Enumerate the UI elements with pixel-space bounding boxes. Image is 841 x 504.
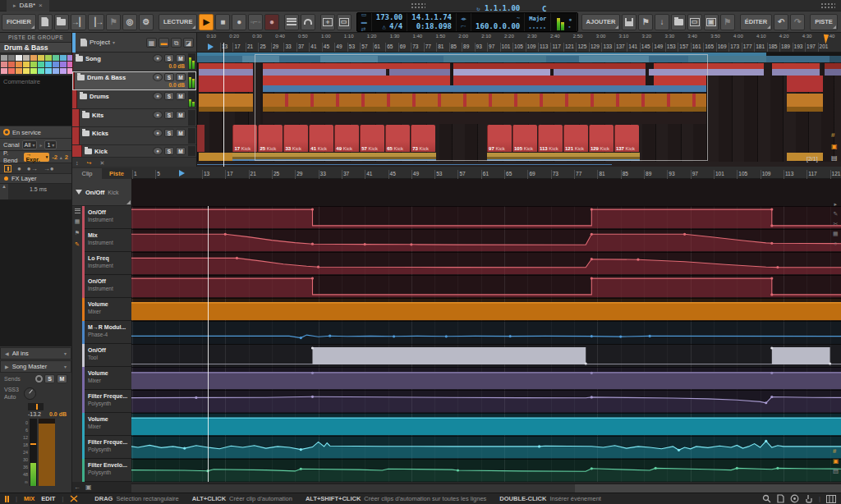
pitchbend-min[interactable]: -2: [52, 153, 57, 161]
back-icon[interactable]: ←: [74, 483, 80, 491]
pencil-tool-icon[interactable]: ✎: [833, 211, 838, 218]
color-swatch[interactable]: [8, 62, 15, 67]
browser-button[interactable]: [671, 14, 686, 30]
monitor-button[interactable]: [301, 14, 315, 30]
mute-button[interactable]: M: [176, 73, 186, 81]
tab-clip[interactable]: Clip: [72, 168, 102, 179]
track-row-kick[interactable]: Kick●SM: [72, 145, 196, 158]
display-1-button[interactable]: ▭: [687, 14, 702, 30]
track-volume-value[interactable]: 0.0 dB: [77, 81, 195, 89]
arm-button[interactable]: ●: [153, 111, 163, 119]
time-signature[interactable]: △ 4/4: [376, 22, 403, 31]
color-swatch[interactable]: [38, 62, 44, 67]
color-swatch[interactable]: [23, 62, 30, 67]
clip-band[interactable]: [825, 69, 841, 76]
add-display-button[interactable]: ＋: [320, 14, 335, 30]
clip-band[interactable]: [197, 125, 205, 152]
metronome-button[interactable]: ◎: [122, 14, 137, 30]
mute-button[interactable]: M: [176, 129, 186, 137]
automation-lanes-canvas[interactable]: [131, 206, 841, 482]
project-header-row[interactable]: Project ▾ ▦ ▬ ⧉ ◪: [72, 33, 196, 53]
track-row-kicks[interactable]: Kicks●SM: [72, 127, 196, 145]
pan-slider[interactable]: [28, 403, 44, 410]
transport-mode-icons[interactable]: ▭ ▬ ⇄: [357, 13, 372, 31]
color-swatch[interactable]: [23, 55, 30, 61]
color-swatch[interactable]: [16, 68, 22, 74]
new-project-button[interactable]: [38, 14, 53, 30]
layer-icon[interactable]: ▣: [85, 483, 92, 491]
mute-button[interactable]: M: [176, 92, 186, 100]
track-name[interactable]: Kick: [94, 148, 108, 155]
collapse-icon[interactable]: ▲: [0, 184, 8, 199]
color-swatch[interactable]: [1, 68, 7, 74]
grid-tool-icon[interactable]: ▦: [833, 231, 839, 237]
master-solo-button[interactable]: S: [44, 374, 55, 383]
song-position[interactable]: 14.1.1.74: [411, 13, 452, 22]
clip-band[interactable]: [197, 164, 612, 165]
clip-band[interactable]: [787, 94, 823, 107]
display-profile-button[interactable]: ▭: [337, 14, 352, 30]
color-palette[interactable]: ✕›: [0, 53, 71, 76]
automation-lane-label[interactable]: Filter Freque...Polysynth: [82, 390, 131, 413]
search-icon[interactable]: [762, 494, 771, 503]
master-mute-button[interactable]: M: [57, 374, 67, 383]
color-swatch[interactable]: [30, 55, 37, 61]
note-out-icon[interactable]: ●→: [27, 165, 38, 172]
color-swatch[interactable]: [30, 62, 37, 67]
cue-marker-button[interactable]: ⚑: [106, 14, 121, 30]
automation-lane-label[interactable]: Lo FreqInstrument: [82, 252, 131, 275]
send-knob[interactable]: [24, 387, 36, 400]
color-swatch[interactable]: [53, 62, 59, 67]
color-swatch[interactable]: [1, 55, 7, 61]
automation-lane-label[interactable]: VolumeMixer: [82, 413, 131, 436]
color-swatch[interactable]: [45, 62, 52, 67]
color-swatch[interactable]: [45, 68, 52, 74]
cue-marker-icon[interactable]: [208, 44, 214, 50]
snap-grid-icon[interactable]: #: [831, 131, 834, 139]
solo-button[interactable]: S: [164, 147, 174, 155]
color-swatch[interactable]: [16, 55, 22, 61]
arm-button[interactable]: ●: [153, 92, 163, 100]
file-menu-button[interactable]: FICHIER: [2, 14, 36, 30]
add-menu-button[interactable]: AJOUTER: [581, 14, 621, 30]
automation-write-button[interactable]: ◦⌐◦: [248, 14, 263, 30]
note-in-icon[interactable]: →●: [44, 165, 54, 172]
track-row-drum-bass[interactable]: Drum & Bass●SM0.0 dB: [72, 71, 196, 90]
download-button[interactable]: ↓: [655, 14, 669, 30]
track-row-song[interactable]: Song●SM0.0 dB: [72, 53, 196, 71]
clip-band[interactable]: [772, 69, 820, 76]
drag-handle-icon[interactable]: [820, 2, 835, 10]
automation-lane-label[interactable]: Filter Freque...Polysynth: [82, 436, 131, 459]
list-icon[interactable]: [75, 208, 80, 213]
automation-ruler[interactable]: 1513172125293337414549535761656973778185…: [131, 168, 841, 179]
automation-lane-label[interactable]: VolumeMixer: [82, 298, 131, 321]
track-row-kits[interactable]: Kits●SM: [72, 109, 196, 127]
fx-layer-row[interactable]: FX Layer: [0, 174, 71, 184]
color-swatch[interactable]: [60, 68, 67, 74]
grid-view-icon[interactable]: ▦: [146, 38, 157, 48]
close-icon[interactable]: ✕: [99, 160, 104, 167]
tab-piste[interactable]: Piste: [102, 168, 131, 179]
arranger-playhead[interactable]: [223, 43, 224, 167]
color-swatch[interactable]: [8, 68, 15, 74]
volume-value[interactable]: 0.0 dB: [49, 411, 67, 417]
speaker-icon[interactable]: [790, 494, 799, 503]
flag-icon[interactable]: ⚑: [75, 230, 80, 236]
automation-lane-label[interactable]: On/OffInstrument: [82, 275, 131, 298]
pencil-icon[interactable]: ✎: [75, 241, 80, 248]
comment-field[interactable]: Commentaire: [0, 76, 71, 126]
solo-button[interactable]: S: [164, 129, 174, 137]
tab-close-icon[interactable]: ×: [39, 2, 43, 9]
clip-band[interactable]: [787, 76, 823, 92]
eraser-tool-icon[interactable]: ○: [834, 241, 837, 246]
knife-tool-icon[interactable]: ✂: [833, 221, 838, 227]
project-name[interactable]: Project: [90, 39, 110, 46]
lanes-view-icon[interactable]: ▬: [159, 38, 169, 48]
automation-lane-label[interactable]: Filter Envelo...Polysynth: [82, 459, 131, 482]
mute-button[interactable]: M: [176, 111, 186, 119]
settings-button[interactable]: ⚙: [139, 14, 154, 30]
automation-lane-label[interactable]: MixInstrument: [82, 229, 131, 252]
play-button[interactable]: ▶: [199, 14, 214, 30]
mix-mode-button[interactable]: MIX: [24, 495, 34, 502]
track-name[interactable]: Drums: [90, 93, 109, 100]
